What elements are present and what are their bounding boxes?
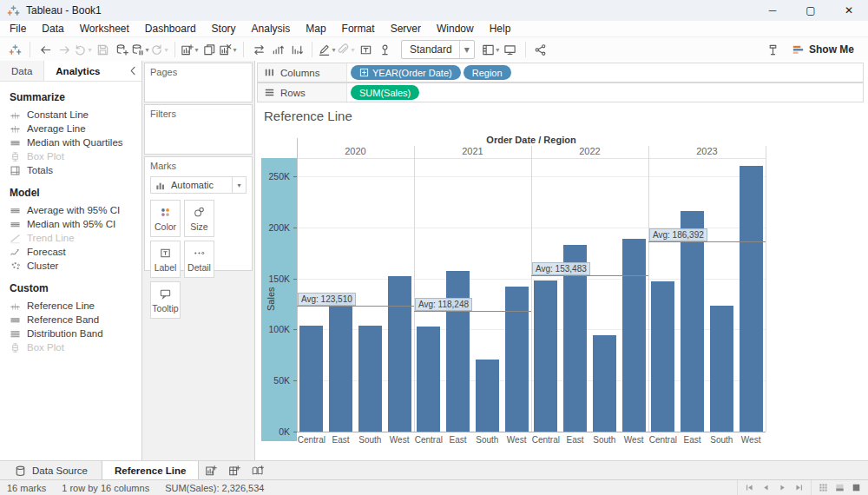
view-full-button[interactable] [849,482,864,494]
tooltip-button[interactable]: Tooltip [150,281,181,319]
show-hide-cards-button[interactable]: ▾ [482,40,501,59]
analytics-item-reference-line[interactable]: Reference Line [0,299,141,313]
new-story-button[interactable] [246,461,269,480]
menu-help[interactable]: Help [482,21,519,36]
bar-2022-central[interactable] [534,280,557,432]
reference-line-2021[interactable] [414,311,531,312]
reference-line-2022[interactable] [531,275,648,276]
bar-2023-west[interactable] [740,166,763,432]
analytics-item-constant-line[interactable]: Constant Line [0,108,141,122]
bar-2023-central[interactable] [651,281,674,432]
bar-2020-west[interactable] [388,276,411,432]
bar-2021-south[interactable] [476,360,499,432]
minimize-button[interactable]: ─ [753,0,792,21]
rows-shelf[interactable]: Rows SUM(Sales) [257,82,864,102]
bar-2021-east[interactable] [446,271,470,432]
group-members-button[interactable]: ▾ [337,40,356,59]
bar-2021-central[interactable] [417,327,440,432]
redo-button[interactable] [55,40,74,59]
fix-axes-button[interactable] [375,40,394,59]
new-data-source-button[interactable] [112,40,131,59]
sort-ascending-button[interactable] [268,40,287,59]
pages-shelf[interactable]: Pages [144,63,253,102]
duplicate-sheet-button[interactable] [200,40,219,59]
view-tabs-button[interactable] [816,482,831,494]
menu-map[interactable]: Map [298,21,333,36]
swap-rows-columns-button[interactable] [249,40,268,59]
analytics-item-median-with-quartiles[interactable]: Median with Quartiles [0,135,141,149]
tab-analytics[interactable]: Analytics [44,61,111,81]
menu-story[interactable]: Story [204,21,244,36]
nav-prev-button[interactable] [759,482,773,494]
analytics-item-average-line[interactable]: Average Line [0,122,141,135]
tab-reference-line[interactable]: Reference Line [102,461,199,480]
analytics-item-forecast[interactable]: Forecast [0,245,141,259]
save-button[interactable] [93,40,112,59]
pause-auto-updates-button[interactable]: ▾ [131,40,150,59]
rows-icon [263,86,276,99]
label-button[interactable]: Label [150,241,181,278]
bar-2020-east[interactable] [329,294,352,432]
bar-2020-south[interactable] [358,326,382,432]
run-auto-updates-button[interactable]: ▾ [150,40,169,59]
reference-line-2020[interactable] [297,306,414,307]
analytics-item-average-with-95-ci[interactable]: Average with 95% CI [0,203,141,217]
menu-file[interactable]: File [2,21,34,36]
undo-button[interactable] [36,40,55,59]
new-worksheet-tab-button[interactable] [199,461,222,480]
clear-sheet-button[interactable]: ▾ [219,40,238,59]
menu-format[interactable]: Format [334,21,383,36]
collapse-pane-button[interactable] [124,61,141,81]
bar-2023-east[interactable] [681,211,704,432]
analytics-item-totals[interactable]: Totals [0,163,141,177]
tooltip-mode-button[interactable] [764,40,783,59]
nav-last-button[interactable] [792,482,806,494]
tableau-logo-button[interactable] [5,40,24,59]
bar-2022-south[interactable] [593,335,616,432]
menu-worksheet[interactable]: Worksheet [72,21,137,36]
menu-analysis[interactable]: Analysis [244,21,299,36]
highlight-button[interactable]: ▾ [318,40,337,59]
bar-2023-south[interactable] [710,306,733,432]
tab-data[interactable]: Data [0,61,44,81]
presentation-mode-button[interactable] [501,40,520,59]
mark-type-value: Automatic [171,180,214,190]
menu-window[interactable]: Window [429,21,482,36]
show-mark-labels-button[interactable] [356,40,375,59]
mark-type-dropdown[interactable]: Automatic ▾ [150,176,247,194]
nav-next-button[interactable] [775,482,790,494]
fit-dropdown[interactable]: Standard▾ [401,40,475,59]
bar-2022-west[interactable] [622,239,646,432]
bar-2020-central[interactable] [299,326,323,432]
menu-server[interactable]: Server [383,21,429,36]
maximize-button[interactable]: ▢ [792,0,830,21]
analytics-item-median-with-95-ci[interactable]: Median with 95% CI [0,217,141,231]
new-dashboard-button[interactable] [222,461,246,480]
analytics-item-cluster[interactable]: Cluster [0,259,141,273]
nav-first-button[interactable] [742,482,757,494]
replay-button[interactable]: ▾ [74,40,93,59]
reference-line-2023[interactable] [648,241,766,242]
new-worksheet-button[interactable]: ▾ [181,40,200,59]
size-button[interactable]: Size [184,200,214,237]
show-me-button[interactable]: Show Me [783,43,863,56]
color-button[interactable]: Color [150,200,181,237]
analytics-item-distribution-band[interactable]: Distribution Band [0,327,141,340]
analytics-item-reference-band[interactable]: Reference Band [0,313,141,327]
view-filmstrip-button[interactable] [832,482,847,494]
tab-data-source[interactable]: Data Source [0,461,102,480]
box-plot-icon [10,151,21,162]
sheet-title[interactable]: Reference Line [264,109,352,123]
pill-sum-sales-[interactable]: SUM(Sales) [351,85,419,100]
filters-shelf[interactable]: Filters [144,104,253,155]
close-button[interactable]: ✕ [830,0,868,21]
menu-dashboard[interactable]: Dashboard [137,21,204,36]
sort-descending-button[interactable] [287,40,306,59]
menu-data[interactable]: Data [34,21,71,36]
share-workbook-button[interactable] [531,40,550,59]
columns-shelf[interactable]: Columns YEAR(Order Date)Region [257,63,864,82]
pill-region[interactable]: Region [464,65,511,80]
bar-2021-west[interactable] [505,287,529,432]
detail-button[interactable]: Detail [184,241,214,278]
pill-year-order-date-[interactable]: YEAR(Order Date) [351,65,461,80]
